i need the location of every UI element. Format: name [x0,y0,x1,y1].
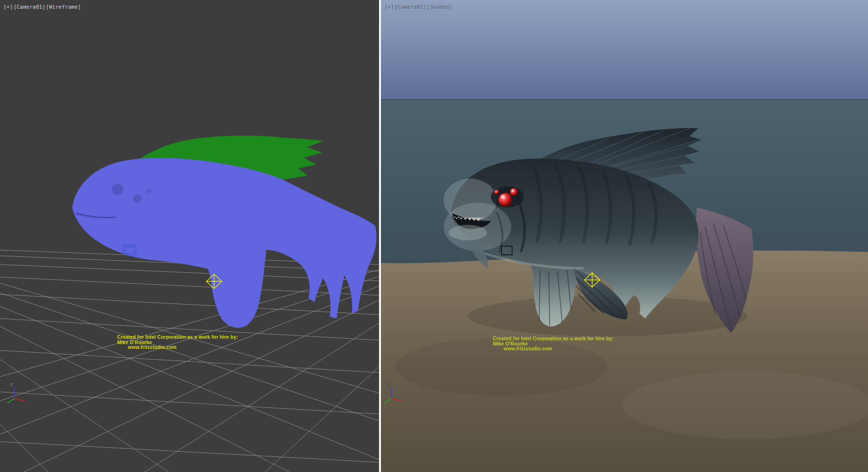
scene-credit-text: Created for Intel Corporation as a work … [117,335,238,350]
viewport-shaded[interactable]: z [+][Camera01][Shaded] Created for Inte… [381,0,868,472]
scene-credit-text: Created for Intel Corporation as a work … [493,336,613,352]
credit-line-3: www.fritzstudio.com [128,345,238,350]
shading-menu[interactable]: [Wireframe] [46,4,81,10]
axis-z-label: z [388,382,390,387]
fish-eyes [491,186,524,208]
shading-menu[interactable]: [Shaded] [427,4,452,10]
viewport-label: [+][Camera01][Wireframe] [3,4,81,10]
credit-line-3: www.fritzstudio.com [503,347,613,352]
viewport-general-menu[interactable]: [+] [384,4,394,10]
viewport-wireframe[interactable]: z [+][Camera01][Wireframe] Created for I… [0,0,379,472]
sky-background [381,0,868,99]
ground-mottle [622,372,868,439]
credit-line-1: Created for Intel Corporation as a work … [493,336,613,342]
fish-model-wireframe[interactable] [72,136,377,328]
axis-z-label: z [11,382,13,387]
viewport-label: [+][Camera01][Shaded] [384,4,453,10]
viewport-general-menu[interactable]: [+] [3,4,13,10]
pov-camera-menu[interactable]: [Camera01] [14,4,45,10]
pov-camera-menu[interactable]: [Camera01] [394,4,426,10]
shaded-canvas: z [381,0,868,472]
wireframe-canvas: z [0,0,379,472]
credit-line-1: Created for Intel Corporation as a work … [117,335,238,340]
jaw-highlight [448,225,487,240]
